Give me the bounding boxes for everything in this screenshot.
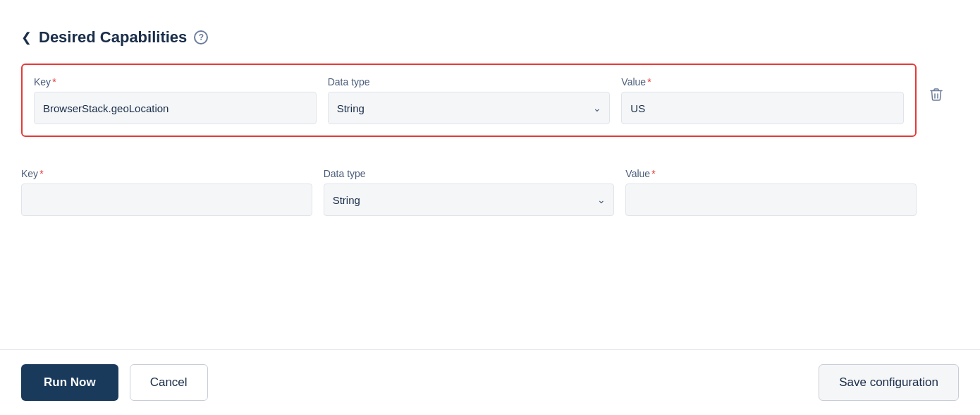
capability-row-1: Key* Data type String Boolean Integer Do… bbox=[21, 64, 959, 137]
collapse-chevron-icon[interactable]: ❮ bbox=[21, 30, 32, 45]
value-field-group-2: Value* bbox=[625, 168, 917, 216]
row-spacer bbox=[21, 148, 959, 157]
footer: Run Now Cancel Save configuration bbox=[0, 349, 980, 415]
value-label-2: Value* bbox=[625, 168, 917, 179]
datatype-field-group-2: Data type String Boolean Integer Double … bbox=[324, 168, 615, 216]
value-input-1[interactable] bbox=[621, 92, 904, 124]
datatype-select-1[interactable]: String Boolean Integer Double bbox=[328, 92, 611, 124]
datatype-select-wrapper-2: String Boolean Integer Double ⌄ bbox=[324, 184, 615, 216]
cancel-button[interactable]: Cancel bbox=[130, 364, 208, 401]
datatype-field-group-1: Data type String Boolean Integer Double … bbox=[328, 76, 611, 124]
help-icon[interactable]: ? bbox=[194, 30, 208, 44]
capability-row-2-normal: Key* Data type String Boolean Integer Do… bbox=[21, 168, 917, 216]
trash-icon-1 bbox=[930, 88, 943, 102]
key-field-group-1: Key* bbox=[34, 76, 317, 124]
value-label-1: Value* bbox=[621, 76, 904, 88]
section-header: ❮ Desired Capabilities ? bbox=[21, 28, 959, 47]
capabilities-container: Key* Data type String Boolean Integer Do… bbox=[21, 64, 959, 216]
capability-row-1-highlighted: Key* Data type String Boolean Integer Do… bbox=[21, 64, 917, 137]
key-label-2: Key* bbox=[21, 168, 312, 179]
key-input-2[interactable] bbox=[21, 184, 312, 216]
key-input-1[interactable] bbox=[34, 92, 317, 124]
datatype-label-1: Data type bbox=[328, 76, 611, 88]
capability-row-2: Key* Data type String Boolean Integer Do… bbox=[21, 168, 959, 216]
save-configuration-button[interactable]: Save configuration bbox=[819, 364, 959, 401]
datatype-select-wrapper-1: String Boolean Integer Double ⌄ bbox=[328, 92, 611, 124]
value-input-2[interactable] bbox=[625, 184, 917, 216]
datatype-select-2[interactable]: String Boolean Integer Double bbox=[324, 184, 615, 216]
datatype-label-2: Data type bbox=[324, 168, 615, 179]
delete-button-1[interactable] bbox=[922, 80, 950, 109]
run-now-button[interactable]: Run Now bbox=[21, 364, 118, 401]
section-title: Desired Capabilities bbox=[39, 28, 187, 47]
key-label-1: Key* bbox=[34, 76, 317, 88]
main-content: ❮ Desired Capabilities ? Key* Data type bbox=[0, 0, 980, 349]
key-field-group-2: Key* bbox=[21, 168, 312, 216]
value-field-group-1: Value* bbox=[621, 76, 904, 124]
